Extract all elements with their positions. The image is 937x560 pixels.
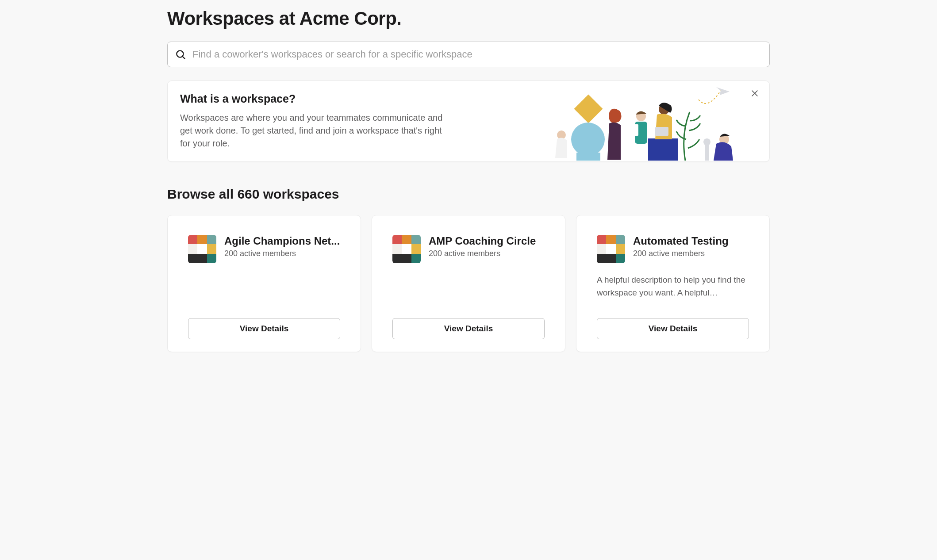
svg-rect-5 — [574, 94, 603, 123]
svg-line-1 — [183, 57, 185, 59]
search-input[interactable] — [192, 49, 762, 60]
view-details-button[interactable]: View Details — [188, 318, 340, 339]
workspace-members: 200 active members — [224, 249, 340, 258]
workspace-icon — [597, 235, 625, 263]
workspace-name: AMP Coaching Circle — [429, 235, 545, 247]
search-icon — [175, 49, 186, 60]
workspace-card: Agile Champions Net... 200 active member… — [167, 215, 361, 352]
workspace-description: A helpful description to help you find t… — [597, 274, 749, 299]
card-header: AMP Coaching Circle 200 active members — [392, 235, 545, 263]
workspace-card: Automated Testing 200 active members A h… — [576, 215, 770, 352]
card-header: Automated Testing 200 active members — [597, 235, 749, 263]
page-title: Workspaces at Acme Corp. — [167, 8, 770, 29]
workspace-cards-grid: Agile Champions Net... 200 active member… — [167, 215, 770, 352]
view-details-button[interactable]: View Details — [392, 318, 545, 339]
svg-rect-17 — [705, 144, 709, 161]
workspace-name: Automated Testing — [633, 235, 749, 247]
workspace-members: 200 active members — [633, 249, 749, 258]
svg-point-18 — [703, 138, 710, 146]
svg-rect-7 — [576, 153, 600, 161]
workspace-members: 200 active members — [429, 249, 545, 258]
workspace-icon — [392, 235, 421, 263]
info-banner: What is a workspace? Workspaces are wher… — [167, 81, 770, 162]
card-header: Agile Champions Net... 200 active member… — [188, 235, 340, 263]
browse-heading: Browse all 660 workspaces — [167, 187, 770, 202]
banner-body: Workspaces are where you and your teamma… — [180, 111, 445, 150]
view-details-button[interactable]: View Details — [597, 318, 749, 339]
svg-point-6 — [571, 123, 605, 156]
banner-title: What is a workspace? — [180, 92, 606, 105]
search-bar[interactable] — [167, 42, 770, 67]
banner-illustration — [553, 86, 738, 161]
workspace-icon — [188, 235, 216, 263]
banner-close-button[interactable] — [748, 87, 761, 100]
svg-rect-13 — [648, 138, 678, 161]
svg-rect-12 — [631, 124, 638, 136]
close-icon — [750, 89, 759, 99]
workspaces-page: Workspaces at Acme Corp. What is a works… — [157, 0, 780, 370]
workspace-name: Agile Champions Net... — [224, 235, 340, 247]
svg-rect-15 — [655, 127, 668, 136]
workspace-card: AMP Coaching Circle 200 active members V… — [372, 215, 565, 352]
